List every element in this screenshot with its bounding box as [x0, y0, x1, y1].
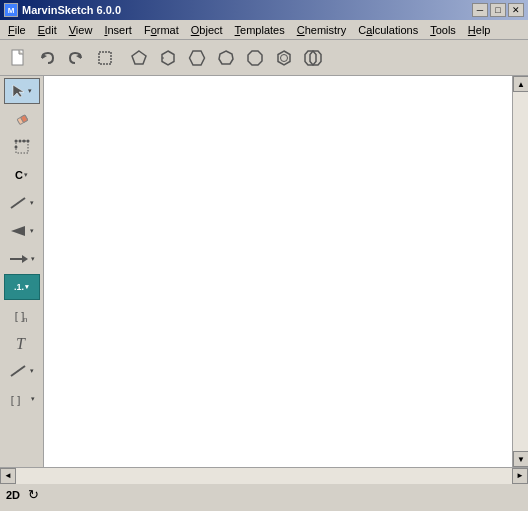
svg-point-18	[14, 140, 17, 143]
menu-chemistry[interactable]: Chemistry	[291, 22, 353, 38]
text-tool[interactable]: T	[4, 330, 40, 356]
octagon-button[interactable]	[241, 44, 269, 72]
rect-select-icon	[96, 49, 114, 67]
dropdown-arrow: ▾	[30, 227, 34, 235]
atom-tool[interactable]: C ▾	[4, 162, 40, 188]
hexagon-flat-button[interactable]	[154, 44, 182, 72]
rect-select-button[interactable]	[91, 44, 119, 72]
svg-point-19	[18, 140, 21, 143]
svg-marker-26	[22, 255, 28, 263]
eraser-icon	[14, 111, 30, 127]
octagon-icon	[246, 49, 264, 67]
new-icon	[9, 49, 27, 67]
svg-marker-8	[219, 51, 233, 64]
svg-point-22	[14, 146, 17, 149]
lasso-tool[interactable]	[4, 134, 40, 160]
menu-view[interactable]: View	[63, 22, 99, 38]
bracket-tool[interactable]: [] n	[4, 302, 40, 328]
minimize-button[interactable]: ─	[472, 3, 488, 17]
eraser-tool[interactable]	[4, 106, 40, 132]
single-bond-icon	[9, 196, 29, 210]
menu-calculations[interactable]: Calculations	[352, 22, 424, 38]
menu-tools[interactable]: Tools	[424, 22, 462, 38]
text-icon: T	[14, 334, 30, 352]
horizontal-scrollbar: ◄ ►	[0, 467, 528, 483]
menu-format[interactable]: Format	[138, 22, 185, 38]
svg-point-21	[26, 140, 29, 143]
svg-rect-3	[99, 52, 111, 64]
line-icon	[9, 364, 29, 378]
menu-object[interactable]: Object	[185, 22, 229, 38]
rotate-icon[interactable]: ↻	[28, 487, 39, 502]
undo-button[interactable]	[33, 44, 61, 72]
svg-marker-24	[11, 226, 25, 236]
title-bar-left: M MarvinSketch 6.0.0	[4, 3, 121, 17]
hexagon-pointy-button[interactable]	[183, 44, 211, 72]
title-text: MarvinSketch 6.0.0	[22, 4, 121, 16]
pentagon-button[interactable]	[125, 44, 153, 72]
menu-templates[interactable]: Templates	[229, 22, 291, 38]
redo-icon	[67, 49, 85, 67]
svg-line-23	[11, 198, 25, 208]
toolbar	[0, 40, 528, 76]
menu-file[interactable]: File	[2, 22, 32, 38]
charge-tool[interactable]: .1. ▾	[4, 274, 40, 300]
title-controls: ─ □ ✕	[472, 3, 524, 17]
dropdown-arrow: ▾	[28, 87, 32, 95]
charge-label: .1.	[14, 282, 24, 292]
bracket-sq-icon: []	[8, 391, 30, 407]
svg-line-30	[11, 366, 25, 376]
naphthalene-button[interactable]	[299, 44, 327, 72]
scroll-track-horizontal[interactable]	[16, 468, 512, 484]
menu-insert[interactable]: Insert	[98, 22, 138, 38]
menu-help[interactable]: Help	[462, 22, 497, 38]
scroll-down-button[interactable]: ▼	[513, 451, 528, 467]
scroll-track-vertical[interactable]	[513, 92, 528, 451]
svg-text:[]: []	[9, 394, 22, 407]
dropdown-arrow: ▾	[31, 395, 35, 403]
scroll-left-button[interactable]: ◄	[0, 468, 16, 484]
svg-point-20	[22, 140, 25, 143]
bracket-sq-tool[interactable]: [] ▾	[4, 386, 40, 412]
dropdown-arrow: ▾	[30, 199, 34, 207]
svg-marker-7	[190, 51, 205, 65]
dropdown-arrow: ▾	[30, 367, 34, 375]
maximize-button[interactable]: □	[490, 3, 506, 17]
svg-marker-14	[13, 85, 24, 97]
svg-text:n: n	[23, 315, 27, 323]
select-arrow-tool[interactable]: ▾	[4, 78, 40, 104]
scroll-right-button[interactable]: ►	[512, 468, 528, 484]
wedge-bond-icon	[9, 224, 29, 238]
scroll-up-button[interactable]: ▲	[513, 76, 528, 92]
menu-bar: File Edit View Insert Format Object Temp…	[0, 20, 528, 40]
svg-marker-4	[132, 51, 146, 64]
lasso-icon	[14, 139, 30, 155]
single-bond-tool[interactable]: ▾	[4, 190, 40, 216]
vertical-scrollbar: ▲ ▼	[512, 76, 528, 467]
app-icon: M	[4, 3, 18, 17]
arrow-tool[interactable]: ▾	[4, 246, 40, 272]
dropdown-arrow: ▾	[25, 283, 29, 291]
pentagon-icon	[130, 49, 148, 67]
mode-label: 2D	[6, 489, 20, 501]
arrow-cursor-icon	[11, 83, 27, 99]
arrow-icon	[8, 252, 30, 266]
svg-text:T: T	[16, 335, 26, 352]
wedge-bond-tool[interactable]: ▾	[4, 218, 40, 244]
status-bar: 2D ↻	[0, 483, 528, 505]
left-toolbar: ▾ C ▾	[0, 76, 44, 467]
menu-edit[interactable]: Edit	[32, 22, 63, 38]
heptagon-button[interactable]	[212, 44, 240, 72]
line-tool[interactable]: ▾	[4, 358, 40, 384]
dropdown-arrow: ▾	[24, 171, 28, 179]
new-button[interactable]	[4, 44, 32, 72]
naphthalene-icon	[302, 49, 324, 67]
svg-marker-9	[248, 51, 262, 65]
svg-point-11	[281, 54, 288, 61]
benzene-button[interactable]	[270, 44, 298, 72]
hexagon-pointy-icon	[188, 49, 206, 67]
close-button[interactable]: ✕	[508, 3, 524, 17]
canvas-area[interactable]	[44, 76, 512, 467]
redo-button[interactable]	[62, 44, 90, 72]
undo-icon	[38, 49, 56, 67]
